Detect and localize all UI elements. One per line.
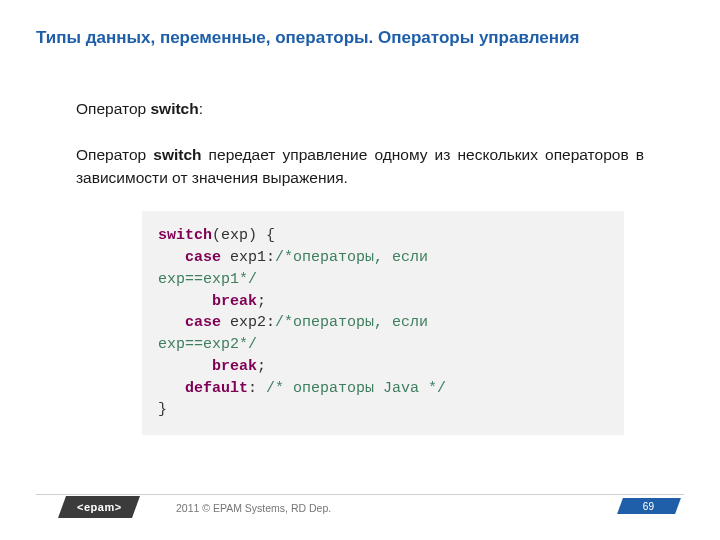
code-line: break; (158, 356, 608, 378)
code-line: case exp2:/*операторы, если (158, 312, 608, 334)
page-number: 69 (643, 501, 654, 512)
text: ; (257, 358, 266, 375)
kw-case: case (185, 314, 221, 331)
slide-title: Типы данных, переменные, операторы. Опер… (36, 28, 579, 48)
text: exp2: (221, 314, 275, 331)
code-block: switch(exp) { case exp1:/*операторы, есл… (142, 211, 624, 435)
code-line: break; (158, 291, 608, 313)
kw-case: case (185, 249, 221, 266)
slide-body: Оператор switch: Оператор switch передае… (76, 98, 644, 435)
kw-break: break (212, 293, 257, 310)
epam-logo: <epam> (58, 496, 140, 518)
logo-text: <epam> (77, 501, 122, 513)
code-line: switch(exp) { (158, 225, 608, 247)
keyword-switch: switch (153, 146, 201, 163)
comment: /* операторы Java */ (266, 380, 446, 397)
comment: /*операторы, если (275, 314, 428, 331)
paragraph-desc: Оператор switch передает управление одно… (76, 144, 644, 189)
code-line: case exp1:/*операторы, если (158, 247, 608, 269)
code-line: exp==exp2*/ (158, 334, 608, 356)
kw-default: default (185, 380, 248, 397)
text: } (158, 401, 167, 418)
comment: exp==exp1*/ (158, 271, 257, 288)
text: (exp) { (212, 227, 275, 244)
kw-break: break (212, 358, 257, 375)
slide: Типы данных, переменные, операторы. Опер… (0, 0, 720, 540)
comment: exp==exp2*/ (158, 336, 257, 353)
text: exp1: (221, 249, 275, 266)
text: Оператор (76, 146, 153, 163)
code-line: default: /* операторы Java */ (158, 378, 608, 400)
text: : (248, 380, 266, 397)
code-line: exp==exp1*/ (158, 269, 608, 291)
keyword-switch: switch (150, 100, 198, 117)
footer: <epam> 2011 © EPAM Systems, RD Dep. 69 (0, 500, 720, 524)
text: : (199, 100, 203, 117)
copyright-text: 2011 © EPAM Systems, RD Dep. (176, 502, 331, 514)
text: ; (257, 293, 266, 310)
code-line: } (158, 399, 608, 421)
kw-switch: switch (158, 227, 212, 244)
page-number-badge: 69 (617, 498, 681, 514)
paragraph-intro: Оператор switch: (76, 98, 644, 120)
comment: /*операторы, если (275, 249, 428, 266)
footer-divider (36, 494, 684, 495)
text: Оператор (76, 100, 150, 117)
